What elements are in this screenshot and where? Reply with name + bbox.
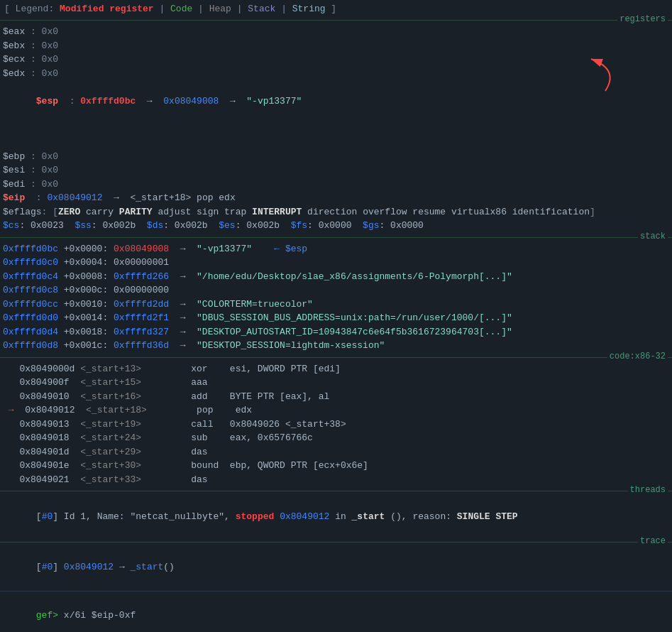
code-line-7: 0x804901e <_start+30> bound ebp, QWORD P… [3, 459, 669, 473]
reg-esp: $esp : 0xffffd0bc → 0x08049008 → "-vp133… [3, 80, 669, 150]
trace-label: trace [638, 536, 668, 546]
trace-divider: trace [0, 542, 672, 543]
registers-label: registers [617, 14, 668, 24]
legend-bracket-open: [ [4, 4, 16, 14]
reg-ebp: $ebp : 0x0 [3, 150, 669, 164]
stack-section: 0xffffd0bc +0x0000: 0x08049008 → "-vp133… [0, 239, 672, 356]
threads-section: [#0] Id 1, Name: "netcat_nullbyte", stop… [0, 493, 672, 540]
legend-code: Code [170, 4, 192, 14]
code-line-1: 0x804900f <_start+15> aaa [3, 376, 669, 390]
stack-entry-1: 0xffffd0c0 +0x0004: 0x00000001 [3, 256, 669, 270]
trace-line-0: [#0] 0x8049012 → _start() [3, 547, 669, 589]
code-line-4: 0x8049013 <_start+19> call 0x8049026 <_s… [3, 418, 669, 432]
stack-entry-6: 0xffffd0d4 +0x0018: 0xffffd327 → "DESKTO… [3, 325, 669, 339]
stack-divider: stack [0, 237, 672, 238]
main-screen: [ Legend: Modified register | Code | Hea… [0, 0, 672, 632]
gdb-section: gef> x/6i $eip-0xf 0x8049003 <_start+3>:… [0, 591, 672, 632]
stack-entry-0: 0xffffd0bc +0x0000: 0x08049008 → "-vp133… [3, 242, 669, 256]
code-line-5: 0x8049018 <_start+24> sub eax, 0x6576766… [3, 431, 669, 445]
stack-entry-7: 0xffffd0d8 +0x001c: 0xffffd36d → "DESKTO… [3, 339, 669, 353]
registers-section: $eax : 0x0 $ebx : 0x0 $ecx : 0x0 $edx : … [0, 22, 672, 236]
code-line-6: 0x804901d <_start+29> das [3, 445, 669, 459]
code-line-2: 0x8049010 <_start+16> add BYTE PTR [eax]… [3, 390, 669, 404]
threads-label: threads [628, 485, 668, 495]
thread-line-0: [#0] Id 1, Name: "netcat_nullbyte", stop… [3, 496, 669, 538]
stack-entry-5: 0xffffd0d0 +0x0014: 0xffffd2f1 → "DBUS_S… [3, 311, 669, 325]
reg-eax: $eax : 0x0 [3, 25, 669, 39]
stack-entry-4: 0xffffd0cc +0x0010: 0xffffd2dd → "COLORT… [3, 298, 669, 312]
threads-divider: threads [0, 491, 672, 491]
registers-divider: registers [0, 20, 672, 21]
reg-edi: $edi : 0x0 [3, 178, 669, 192]
legend-string: String [292, 4, 326, 14]
reg-eflags: $eflags: [ZERO carry PARITY adjust sign … [3, 205, 669, 219]
code-section: 0x8049000d <_start+13> xor esi, DWORD PT… [0, 359, 672, 490]
legend-modified: Modified register [60, 4, 154, 14]
code-line-8: 0x8049021 <_start+33> das [3, 473, 669, 487]
legend-bar: [ Legend: Modified register | Code | Hea… [0, 0, 672, 18]
reg-ebx: $ebx : 0x0 [3, 39, 669, 53]
legend-heap: Heap [209, 4, 231, 14]
code-line-3-arrow: → 0x8049012 <_start+18> pop edx [3, 403, 669, 418]
code-line-0: 0x8049000d <_start+13> xor esi, DWORD PT… [3, 362, 669, 376]
reg-esi: $esi : 0x0 [3, 163, 669, 178]
stack-entry-3: 0xffffd0c8 +0x000c: 0x00000000 [3, 283, 669, 298]
code-divider: code:x86-32 [0, 357, 672, 358]
code-label: code:x86-32 [607, 352, 668, 361]
legend-stack: Stack [248, 4, 275, 14]
red-arrow-annotation [549, 55, 634, 98]
stack-label: stack [638, 231, 668, 241]
reg-segments: $cs: 0x0023 $ss: 0x002b $ds: 0x002b $es:… [3, 219, 669, 233]
trace-section: [#0] 0x8049012 → _start() [0, 544, 672, 592]
reg-eip: $eip : 0x08049012 → <_start+18> pop edx [3, 191, 669, 205]
stack-entry-2: 0xffffd0c4 +0x0008: 0xffffd266 → "/home/… [3, 270, 669, 284]
gdb-cmd-1: gef> x/6i $eip-0xf [3, 594, 669, 632]
